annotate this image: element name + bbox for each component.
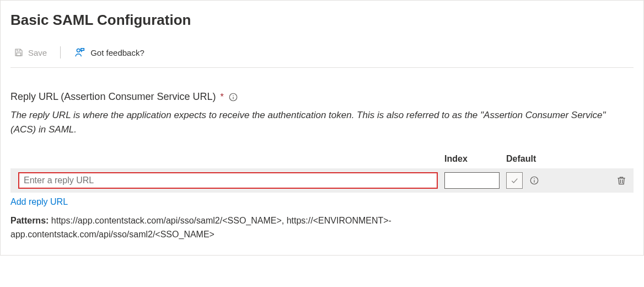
section-label-row: Reply URL (Assertion Consumer Service UR… xyxy=(10,91,634,103)
basic-saml-panel: Basic SAML Configuration Save Got xyxy=(0,0,644,256)
feedback-icon xyxy=(74,46,86,59)
feedback-button[interactable]: Got feedback? xyxy=(71,45,148,60)
page-title: Basic SAML Configuration xyxy=(10,12,634,29)
save-label: Save xyxy=(28,48,47,57)
column-header-default: Default xyxy=(506,154,561,164)
section-label: Reply URL (Assertion Consumer Service UR… xyxy=(10,91,216,103)
table-header: Index Default xyxy=(10,154,634,164)
feedback-label: Got feedback? xyxy=(90,48,144,57)
row-info-icon[interactable] xyxy=(529,176,539,185)
save-icon xyxy=(14,47,24,57)
index-input[interactable] xyxy=(444,172,500,189)
patterns-value: https://app.contentstack.com/api/sso/sam… xyxy=(10,216,391,240)
add-reply-url-link[interactable]: Add reply URL xyxy=(10,197,634,207)
reply-url-row xyxy=(10,168,634,193)
column-header-index: Index xyxy=(444,154,500,164)
reply-url-input[interactable] xyxy=(18,172,438,189)
toolbar: Save Got feedback? xyxy=(10,45,634,68)
default-checkbox[interactable] xyxy=(506,172,523,189)
svg-point-7 xyxy=(534,178,535,179)
svg-point-1 xyxy=(77,49,80,52)
info-icon[interactable] xyxy=(228,92,238,102)
save-button[interactable]: Save xyxy=(10,46,50,59)
patterns-line: Patterns: https://app.contentstack.com/a… xyxy=(10,214,507,242)
required-indicator: * xyxy=(220,92,223,102)
toolbar-separator xyxy=(60,46,61,59)
svg-point-4 xyxy=(233,94,234,95)
section-description: The reply URL is where the application e… xyxy=(10,108,634,137)
delete-row-button[interactable] xyxy=(616,175,627,186)
patterns-label: Patterns: xyxy=(10,216,49,225)
svg-rect-0 xyxy=(17,53,21,56)
